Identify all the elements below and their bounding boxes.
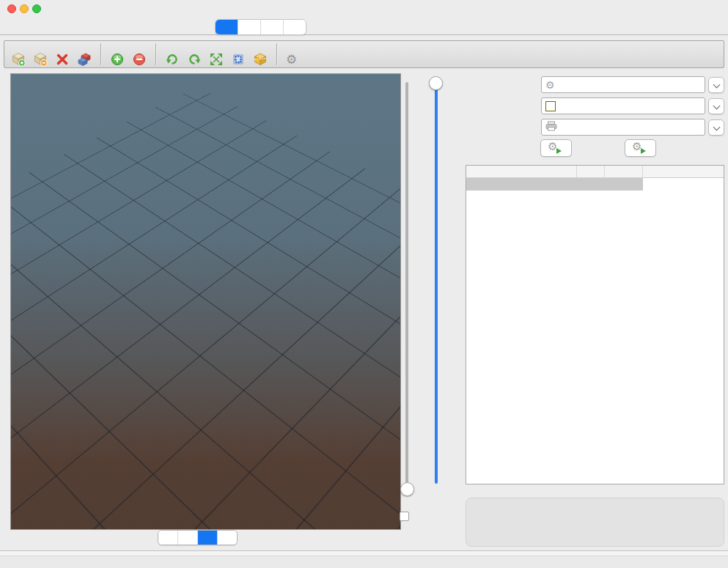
- filament-combobox[interactable]: [541, 97, 705, 114]
- object-scale-cell[interactable]: [605, 178, 643, 191]
- toolbar: ⚙: [4, 40, 724, 68]
- minus-circle-icon: [132, 52, 147, 67]
- object-table-header: [466, 166, 724, 178]
- toolbar-separator: [100, 43, 101, 65]
- view-tab-bar: [158, 530, 238, 545]
- toolbar-separator: [155, 43, 156, 65]
- table-row[interactable]: [466, 178, 724, 191]
- fewer-button[interactable]: [128, 41, 150, 67]
- plater-3d-viewport[interactable]: [10, 73, 401, 530]
- rotate-cw-icon: [187, 52, 202, 67]
- printer-row: [458, 119, 724, 136]
- layer-slider-upper-track[interactable]: [435, 84, 438, 484]
- tab-3d[interactable]: [158, 531, 178, 545]
- add-box-icon: [11, 52, 26, 67]
- info-box: [466, 498, 724, 547]
- arrange-boxes-icon: [77, 52, 92, 67]
- close-window-icon[interactable]: [7, 4, 16, 13]
- split-dots-icon: [231, 52, 246, 67]
- layer-slider-lower-track[interactable]: [405, 82, 408, 490]
- object-copies-cell[interactable]: [577, 178, 605, 191]
- rotate-ccw-icon: [165, 52, 180, 67]
- print-settings-combobox[interactable]: ⚙: [541, 76, 705, 93]
- print-settings-row: ⚙: [458, 76, 724, 93]
- printer-dropdown-button[interactable]: [708, 119, 724, 136]
- tab-print-settings[interactable]: [238, 20, 261, 34]
- gear-icon: ⚙: [545, 80, 555, 90]
- filament-dropdown-button[interactable]: [708, 98, 724, 114]
- filament-color-swatch: [545, 101, 556, 111]
- cut-box-icon: [253, 52, 268, 67]
- rotate-cw-button[interactable]: [183, 41, 205, 67]
- tab-2d[interactable]: [178, 531, 198, 545]
- scene-3d: [11, 74, 400, 529]
- object-list-table[interactable]: [466, 165, 724, 484]
- title-bar: [0, 0, 728, 18]
- cut-button[interactable]: [249, 41, 271, 67]
- scale-arrows-icon: [209, 52, 224, 67]
- chevron-down-icon: [713, 123, 721, 130]
- add-button[interactable]: [7, 41, 29, 67]
- layer-slider-upper-thumb[interactable]: [429, 76, 443, 90]
- printer-icon: [545, 121, 557, 134]
- layer-slider-lower-thumb[interactable]: [400, 482, 414, 496]
- chevron-down-icon: [713, 81, 721, 88]
- delete-box-icon: [33, 52, 48, 67]
- filament-row: [458, 97, 724, 114]
- delete-all-x-icon: [55, 52, 70, 67]
- object-name-cell[interactable]: [466, 178, 577, 191]
- settings-button[interactable]: ⚙: [282, 41, 301, 67]
- more-button[interactable]: [106, 41, 128, 67]
- arrange-button[interactable]: [73, 41, 95, 67]
- gear-icon: ⚙: [286, 52, 297, 67]
- printer-combobox[interactable]: [541, 119, 705, 136]
- column-header-scale[interactable]: [605, 166, 643, 177]
- minimize-window-icon[interactable]: [20, 4, 29, 13]
- one-layer-checkbox[interactable]: [400, 512, 409, 521]
- export-stl-button[interactable]: ⚙: [540, 139, 572, 157]
- zoom-window-icon[interactable]: [32, 4, 41, 13]
- plus-circle-icon: [110, 52, 125, 67]
- main-tab-bar: [215, 19, 306, 35]
- print-settings-dropdown-button[interactable]: [708, 77, 724, 93]
- export-gear-icon: ⚙: [548, 141, 561, 155]
- tab-divider-line: [0, 34, 728, 35]
- status-bar: [0, 556, 728, 568]
- export-gcode-button[interactable]: ⚙: [625, 139, 656, 157]
- column-header-name[interactable]: [466, 166, 577, 177]
- column-header-blank: [643, 166, 724, 177]
- toolbar-separator: [276, 43, 277, 65]
- rotate-ccw-button[interactable]: [161, 41, 183, 67]
- tab-layers[interactable]: [218, 531, 237, 545]
- print-bed-grid: [10, 86, 401, 530]
- split-button[interactable]: [227, 41, 249, 67]
- delete-button[interactable]: [29, 41, 51, 67]
- tab-preview[interactable]: [198, 531, 218, 545]
- tab-plater[interactable]: [216, 20, 238, 34]
- delete-all-button[interactable]: [51, 41, 73, 67]
- scale-button[interactable]: [205, 41, 227, 67]
- export-gear-icon: ⚙: [632, 141, 645, 155]
- chevron-down-icon: [713, 102, 721, 109]
- tab-filament-settings[interactable]: [261, 20, 284, 34]
- tab-printer-settings[interactable]: [284, 20, 306, 34]
- column-header-copies[interactable]: [577, 166, 605, 177]
